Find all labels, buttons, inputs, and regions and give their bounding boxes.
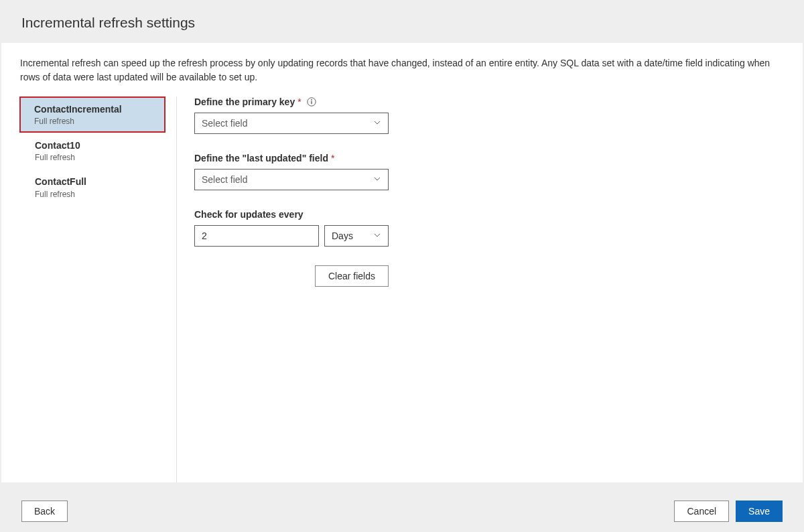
- entity-name: Contact10: [35, 139, 165, 151]
- save-button[interactable]: Save: [736, 501, 783, 522]
- entity-item-contactfull[interactable]: ContactFull Full refresh: [20, 169, 176, 205]
- primary-key-group: Define the primary key * Select field: [194, 96, 784, 134]
- chevron-down-icon: [373, 230, 381, 241]
- required-star: *: [331, 153, 334, 163]
- entity-item-contact10[interactable]: Contact10 Full refresh: [20, 133, 176, 169]
- last-updated-label-text: Define the "last updated" field: [194, 153, 328, 163]
- interval-row: 2 Days: [194, 225, 784, 247]
- check-updates-label-text: Check for updates every: [194, 209, 304, 220]
- last-updated-placeholder: Select field: [202, 174, 247, 185]
- last-updated-group: Define the "last updated" field * Select…: [194, 153, 784, 190]
- footer-left: Back: [21, 501, 68, 522]
- primary-key-placeholder: Select field: [202, 118, 247, 129]
- entity-name: ContactIncremental: [34, 103, 155, 115]
- description-text: Incremental refresh can speed up the ref…: [20, 56, 784, 84]
- entity-sub: Full refresh: [35, 190, 165, 199]
- entity-sub: Full refresh: [35, 153, 165, 162]
- footer-right: Cancel Save: [674, 501, 783, 522]
- info-icon[interactable]: [307, 97, 316, 107]
- settings-panel: Incremental refresh can speed up the ref…: [1, 43, 803, 482]
- svg-point-1: [311, 99, 312, 101]
- chevron-down-icon: [373, 118, 381, 129]
- entity-sidebar: ContactIncremental Full refresh Contact1…: [20, 96, 177, 482]
- entity-sub: Full refresh: [34, 117, 155, 126]
- interval-value: 2: [202, 230, 207, 241]
- back-button[interactable]: Back: [21, 501, 68, 522]
- interval-unit: Days: [332, 230, 353, 241]
- svg-rect-2: [311, 101, 312, 105]
- check-updates-group: Check for updates every 2 Days: [194, 209, 784, 247]
- check-updates-label: Check for updates every: [194, 209, 784, 220]
- primary-key-label: Define the primary key *: [194, 96, 784, 107]
- required-star: *: [297, 96, 301, 107]
- last-updated-label: Define the "last updated" field *: [194, 153, 784, 163]
- content-row: ContactIncremental Full refresh Contact1…: [20, 96, 784, 482]
- chevron-down-icon: [373, 174, 381, 185]
- entity-name: ContactFull: [35, 176, 165, 188]
- cancel-button[interactable]: Cancel: [674, 501, 729, 522]
- entity-item-contactincremental[interactable]: ContactIncremental Full refresh: [19, 96, 165, 133]
- footer-bar: Back Cancel Save: [0, 490, 804, 532]
- interval-unit-select[interactable]: Days: [324, 225, 389, 247]
- interval-number-input[interactable]: 2: [194, 225, 319, 247]
- form-area: Define the primary key * Select field De…: [177, 96, 784, 482]
- clear-fields-button[interactable]: Clear fields: [315, 265, 389, 287]
- primary-key-label-text: Define the primary key: [194, 96, 295, 107]
- last-updated-select[interactable]: Select field: [194, 169, 389, 190]
- page-title: Incremental refresh settings: [0, 0, 804, 43]
- primary-key-select[interactable]: Select field: [194, 113, 389, 134]
